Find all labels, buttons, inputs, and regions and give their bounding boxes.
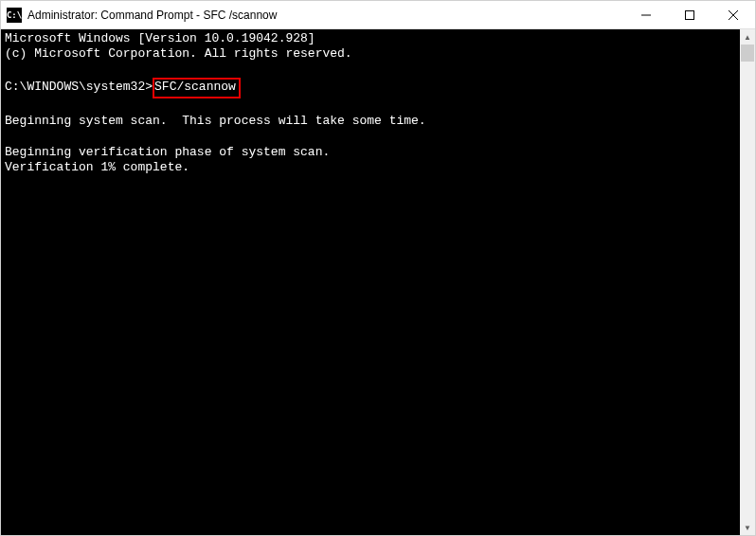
window-title: Administrator: Command Prompt - SFC /sca… — [27, 9, 624, 22]
terminal-area: Microsoft Windows [Version 10.0.19042.92… — [1, 29, 755, 535]
verification-progress-line: Verification 1% complete. — [5, 160, 189, 174]
vertical-scrollbar[interactable]: ▲ ▼ — [740, 29, 755, 535]
version-line: Microsoft Windows [Version 10.0.19042.92… — [5, 31, 315, 45]
scroll-down-arrow-icon[interactable]: ▼ — [740, 520, 755, 535]
scrollbar-thumb[interactable] — [741, 45, 754, 62]
svg-rect-1 — [686, 10, 694, 19]
copyright-line: (c) Microsoft Corporation. All rights re… — [5, 46, 352, 61]
prompt-path: C:\WINDOWS\system32> — [5, 80, 153, 94]
scroll-up-arrow-icon[interactable]: ▲ — [740, 29, 755, 45]
maximize-button[interactable] — [668, 1, 711, 28]
prompt-line: C:\WINDOWS\system32>SFC/scannow — [5, 80, 241, 94]
maximize-icon — [685, 10, 694, 20]
titlebar[interactable]: C:\ Administrator: Command Prompt - SFC … — [1, 1, 755, 29]
verification-phase-line: Beginning verification phase of system s… — [5, 145, 330, 159]
close-button[interactable] — [711, 1, 755, 28]
command-highlight: SFC/scannow — [153, 78, 241, 98]
window-controls — [624, 1, 755, 28]
close-icon — [729, 10, 738, 20]
scan-begin-line: Beginning system scan. This process will… — [5, 114, 426, 128]
cmd-window: C:\ Administrator: Command Prompt - SFC … — [0, 0, 756, 536]
minimize-button[interactable] — [624, 1, 668, 28]
minimize-icon — [641, 10, 651, 20]
cmd-icon: C:\ — [7, 8, 22, 23]
terminal-output[interactable]: Microsoft Windows [Version 10.0.19042.92… — [1, 29, 740, 535]
